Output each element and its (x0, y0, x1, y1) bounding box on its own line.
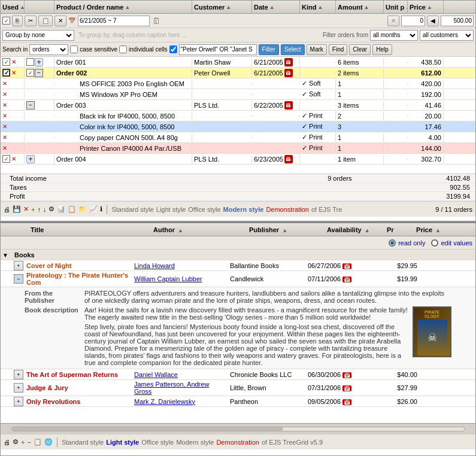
status-icon-1[interactable]: 🖨 (4, 439, 10, 446)
col-header-amount[interactable]: Amount ▲ (336, 1, 384, 13)
status-icon-6[interactable]: 🌐 (44, 438, 53, 446)
calendar-icon[interactable]: 📅 (284, 58, 293, 66)
toolbar-icon-5[interactable]: ↑ (37, 206, 41, 213)
style-light-link[interactable]: Light style (156, 206, 186, 213)
book-expand-btn[interactable]: + (13, 261, 25, 270)
clear-button[interactable]: Clear (349, 44, 371, 55)
calendar-icon[interactable]: 📅 (284, 69, 293, 77)
table-row[interactable]: + The Art of Superman Returns Daniel Wal… (1, 369, 475, 380)
toolbar-icon-12[interactable]: ℹ (100, 205, 102, 213)
toolbar-icon-6[interactable]: ↓ (43, 206, 47, 213)
table-row[interactable]: + Cover of Night Linda Howard Ballantine… (1, 260, 475, 271)
row-cb2[interactable] (26, 69, 34, 77)
date-range-input[interactable]: 6/21/2005 ~ 7 (78, 16, 150, 26)
books-col-author[interactable]: Author ▲ (153, 226, 249, 233)
help-button[interactable]: Help (372, 44, 392, 55)
search-in-select[interactable]: orders (29, 44, 68, 55)
books-col-title[interactable]: Title (31, 226, 153, 233)
table-row[interactable]: + Only Revolutions Mark Z. Danielewsky P… (1, 396, 475, 407)
expand-icon[interactable]: + (35, 58, 43, 66)
collapse-icon[interactable]: − (26, 101, 35, 110)
expand-plus-icon[interactable]: + (14, 370, 23, 379)
books-col-price[interactable]: Price ▲ (399, 226, 441, 233)
individual-cells-cb[interactable] (119, 45, 127, 53)
book-expand-btn[interactable]: + (13, 383, 25, 393)
toolbar-icon-9[interactable]: 📋 (68, 205, 76, 213)
book-expand-btn[interactable]: + (13, 397, 25, 406)
col-header-kind[interactable]: Kind ▲ (300, 1, 336, 13)
table-row[interactable]: ✕ + Order 004 PLS Ltd. 6/23/2005 📅 1 ite… (1, 154, 475, 165)
scrollbar-track[interactable] (11, 427, 465, 431)
style-modern-link-bottom[interactable]: Modern style (176, 439, 214, 446)
toolbar-icon-11[interactable]: 📈 (89, 205, 98, 213)
table-row[interactable]: ✕ Copy paper CANON 500l. A4 80g ✓ Print … (1, 132, 475, 143)
toolbar-icon-4[interactable]: + (31, 206, 35, 213)
table-row[interactable]: ✕ − Order 002 Peter Orwell 6/21/2005 📅 2… (1, 68, 475, 78)
status-icon-3[interactable]: + (21, 439, 25, 446)
col-header-unit[interactable]: Unit p ▲ (384, 1, 408, 13)
col-header-name[interactable]: Product / Order name ▲ (54, 1, 192, 13)
books-col-publisher[interactable]: Publisher ▲ (249, 226, 327, 233)
row-checkbox[interactable] (2, 69, 10, 77)
book-expand-btn[interactable]: − (13, 274, 25, 284)
book-author-link[interactable]: Linda Howard (134, 262, 175, 269)
row-checkbox[interactable] (2, 155, 10, 163)
btn-delete[interactable]: ✕ (54, 16, 66, 26)
edit-values-option[interactable]: edit values (431, 239, 472, 247)
style-office-link[interactable]: Office style (188, 206, 220, 213)
case-sensitive-cb[interactable] (70, 45, 78, 53)
style-standard-link[interactable]: Standard style (111, 206, 153, 213)
filter-customer-select[interactable]: all customers (420, 30, 474, 41)
select-button[interactable]: Select (281, 44, 305, 55)
toolbar-icon-10[interactable]: 📁 (78, 205, 87, 213)
expand-plus-icon[interactable]: + (14, 261, 23, 270)
collapse-icon[interactable]: − (35, 69, 43, 77)
mark-button[interactable]: Mark (307, 44, 327, 55)
col-header-date[interactable]: Date ▲ (252, 1, 300, 13)
books-group-header[interactable]: ▼ Books (1, 250, 475, 260)
toolbar-icon-7[interactable]: ⚙ (48, 205, 54, 213)
table-row[interactable]: ✕ MS OFFICE 2003 Pro English OEM ✓ Soft … (1, 78, 475, 89)
calendar-icon[interactable]: 📅 (284, 155, 293, 163)
btn-copy[interactable]: ⎘ (12, 16, 23, 26)
row-checkbox[interactable] (2, 58, 10, 66)
find-button[interactable]: Find (329, 44, 347, 55)
row-cb2[interactable] (26, 58, 34, 66)
amount-input[interactable]: 0 (401, 16, 425, 26)
style-modern-link[interactable]: Modern style (223, 206, 264, 213)
book-author-link[interactable]: Mark Z. Danielewsky (134, 398, 195, 405)
col-header-used[interactable]: Used ▲ (1, 1, 25, 13)
expand-plus-icon[interactable]: + (14, 397, 23, 406)
expand-icon[interactable]: + (26, 155, 35, 163)
status-icon-2[interactable]: ⚙ (13, 438, 19, 446)
expand-plus-icon[interactable]: + (14, 383, 23, 393)
btn-paste[interactable]: 📋 (38, 16, 53, 26)
filter-button[interactable]: Filter (259, 44, 279, 55)
read-only-radio[interactable] (389, 239, 396, 247)
books-col-avail[interactable]: Availability ▲ (327, 226, 387, 233)
style-light-link-bottom[interactable]: Light style (106, 439, 139, 446)
read-only-option[interactable]: read only (389, 239, 425, 247)
group-by-select[interactable]: Group by none (2, 30, 74, 41)
filter-months-select[interactable]: all months (370, 30, 418, 41)
book-author-link[interactable]: Daniel Wallace (134, 371, 178, 378)
toolbar-icon-8[interactable]: 📊 (57, 205, 65, 213)
search-query-input[interactable]: "Peter Orwell" OR "Janet S (179, 44, 257, 55)
edit-values-radio[interactable] (431, 239, 438, 247)
col-header-price[interactable]: Price ▲ (408, 1, 444, 13)
btn-clear-x[interactable]: ✕ (387, 16, 399, 26)
table-row[interactable]: + Judge & Jury James Patterson, Andrew G… (1, 380, 475, 396)
collapse-minus-icon[interactable]: − (14, 274, 23, 284)
price-input[interactable]: 500.00 (441, 16, 474, 26)
toolbar-icon-2[interactable]: 💾 (13, 205, 21, 213)
table-row[interactable]: ✕ − Order 003 PLS Ltd. 6/22/2005 📅 3 ite… (1, 100, 475, 111)
style-standard-link-bottom[interactable]: Standard style (62, 439, 104, 446)
table-row[interactable]: ✕ + Order 001 Martin Shaw 6/21/2005 📅 6 … (1, 57, 475, 68)
status-icon-5[interactable]: 📋 (34, 438, 42, 446)
checkbox-main[interactable] (2, 17, 10, 25)
btn-cut[interactable]: ✂ (25, 16, 37, 26)
calendar-icon[interactable]: 📅 (284, 101, 293, 110)
toolbar-icon-1[interactable]: 🖨 (4, 206, 10, 213)
horizontal-scrollbar[interactable] (1, 423, 475, 434)
book-expand-btn[interactable]: + (13, 370, 25, 379)
